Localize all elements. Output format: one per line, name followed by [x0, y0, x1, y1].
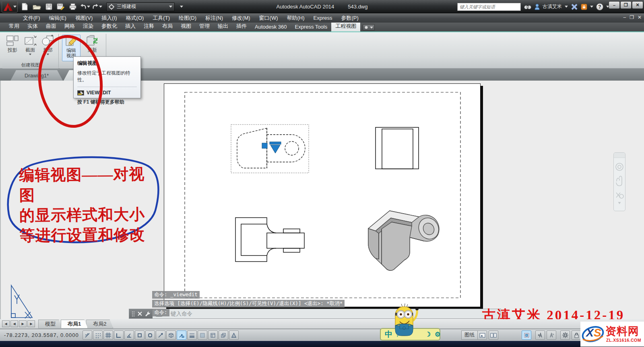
tab-manage[interactable]: 管理: [195, 21, 214, 31]
doc-close-button[interactable]: ✕: [638, 15, 642, 20]
menu-tools[interactable]: 工具(T): [148, 15, 174, 22]
qat-more-button[interactable]: [176, 2, 187, 12]
transparency-toggle[interactable]: [198, 330, 207, 340]
signin-user[interactable]: 古滇艾米: [543, 3, 562, 10]
redo-caret-icon[interactable]: [99, 6, 102, 8]
autocad-logo-button[interactable]: [2, 1, 18, 12]
tab-view[interactable]: 视图: [177, 21, 195, 31]
autodesk360-icon[interactable]: [581, 4, 587, 10]
osnap-toggle[interactable]: [135, 330, 144, 340]
annotation-autoscale-button[interactable]: [547, 330, 556, 340]
tab-insert[interactable]: 插入: [121, 21, 140, 31]
workspace-selector[interactable]: 三维建模: [106, 2, 175, 11]
user-caret-icon[interactable]: [565, 6, 568, 8]
osnap-3d-toggle[interactable]: [145, 330, 155, 340]
projection-view-button[interactable]: 投影: [4, 35, 21, 60]
quick-properties-toggle[interactable]: [208, 330, 218, 340]
tab-parametric[interactable]: 参数化: [97, 21, 121, 31]
tab-plugins[interactable]: 插件: [232, 21, 251, 31]
lock-ui-button[interactable]: [572, 330, 581, 340]
search-input[interactable]: [457, 3, 521, 11]
menu-draw[interactable]: 绘图(D): [174, 15, 201, 22]
menu-edit[interactable]: 编辑(E): [45, 15, 71, 22]
tab-render[interactable]: 渲染: [79, 21, 97, 31]
menu-window[interactable]: 窗口(W): [255, 15, 283, 22]
view-grips[interactable]: [262, 142, 281, 153]
menu-dimension[interactable]: 标注(N): [201, 15, 227, 22]
menu-help[interactable]: 帮助(H): [283, 15, 309, 22]
annotation-monitor-toggle[interactable]: [229, 330, 239, 340]
infer-constraints-toggle[interactable]: [83, 330, 92, 340]
workspace-switching-button[interactable]: [560, 330, 570, 340]
lineweight-toggle[interactable]: [187, 330, 197, 340]
paper-model-button[interactable]: 图纸: [461, 330, 478, 340]
doc-restore-button[interactable]: ❐: [630, 15, 634, 20]
menu-modify[interactable]: 修改(M): [227, 15, 255, 22]
save-button[interactable]: [43, 2, 54, 12]
dynamic-ucs-toggle[interactable]: [166, 330, 176, 340]
restore-button[interactable]: ❐: [620, 1, 632, 9]
dynamic-input-toggle[interactable]: [177, 330, 186, 340]
last-layout-button[interactable]: ▶: [27, 320, 35, 327]
layout-paper[interactable]: [164, 83, 481, 307]
tab-drawing-views[interactable]: 工程视图: [331, 21, 360, 31]
menu-view[interactable]: 视图(V): [71, 15, 97, 22]
ortho-mode-toggle[interactable]: [114, 330, 124, 340]
command-close-icon[interactable]: [138, 312, 142, 316]
first-layout-button[interactable]: ◀: [2, 320, 10, 327]
ime-moon-icon[interactable]: ☽: [425, 330, 431, 338]
tab-layout[interactable]: 布局: [158, 21, 177, 31]
command-wrench-icon[interactable]: [145, 311, 151, 316]
section-dropdown-icon[interactable]: [29, 54, 31, 55]
a360-caret-icon[interactable]: [590, 6, 593, 8]
undo-button[interactable]: [80, 2, 90, 12]
triangle-grip[interactable]: [270, 145, 280, 153]
tab-home[interactable]: 常用: [5, 21, 23, 31]
menu-file[interactable]: 文件(F): [19, 15, 45, 22]
prev-layout-button[interactable]: ◀: [10, 320, 18, 327]
ribbon-minimize-button[interactable]: [363, 24, 375, 31]
new-button[interactable]: [19, 2, 30, 12]
menu-format[interactable]: 格式(O): [122, 15, 149, 22]
tab-annotate[interactable]: 注释: [140, 21, 158, 31]
close-button[interactable]: ✕: [632, 1, 643, 9]
layout1-tab[interactable]: 布局1: [61, 320, 88, 328]
tab-surface[interactable]: 曲面: [42, 21, 60, 31]
minimize-button[interactable]: –: [609, 1, 620, 9]
quick-view-layouts-button[interactable]: [477, 330, 487, 340]
tab-output[interactable]: 输出: [214, 21, 232, 31]
command-bar-grip[interactable]: [129, 309, 153, 318]
tab-mesh[interactable]: 网格: [60, 21, 79, 31]
square-grip[interactable]: [262, 143, 267, 148]
next-layout-button[interactable]: ▶: [19, 320, 27, 327]
help-button[interactable]: ?: [596, 3, 603, 10]
redo-button[interactable]: [92, 2, 102, 12]
annotation-visibility-button[interactable]: [535, 330, 545, 340]
model-tab[interactable]: 模型: [38, 320, 62, 328]
tab-solid[interactable]: 实体: [23, 21, 42, 31]
tab-autodesk360[interactable]: Autodesk 360: [251, 23, 291, 31]
quick-view-drawings-button[interactable]: [489, 330, 498, 340]
isometric-view[interactable]: [368, 211, 442, 270]
object-tracking-toggle[interactable]: [156, 330, 165, 340]
save-as-button[interactable]: [56, 2, 66, 12]
top-view-selected[interactable]: [231, 125, 309, 173]
navigation-bar[interactable]: [613, 152, 625, 211]
search-binoculars-icon[interactable]: [524, 4, 532, 10]
plot-button[interactable]: [68, 2, 78, 12]
ime-gear-icon[interactable]: ⚙: [435, 330, 440, 338]
menu-insert[interactable]: 插入(I): [97, 15, 121, 22]
menu-express[interactable]: Express: [309, 15, 337, 21]
viewport-maximize-button[interactable]: [522, 330, 531, 340]
menu-parametric[interactable]: 参数(P): [337, 15, 363, 22]
open-button[interactable]: [31, 2, 42, 12]
grid-display-toggle[interactable]: [103, 330, 113, 340]
snap-mode-toggle[interactable]: [93, 330, 103, 340]
doc-minimize-button[interactable]: –: [623, 15, 626, 20]
layout2-tab[interactable]: 布局2: [86, 320, 113, 328]
exchange-apps-icon[interactable]: [571, 4, 578, 10]
side-view[interactable]: [376, 127, 419, 169]
selection-cycling-toggle[interactable]: [219, 330, 228, 340]
undo-caret-icon[interactable]: [87, 6, 90, 8]
tab-express-tools[interactable]: Express Tools: [291, 23, 332, 31]
